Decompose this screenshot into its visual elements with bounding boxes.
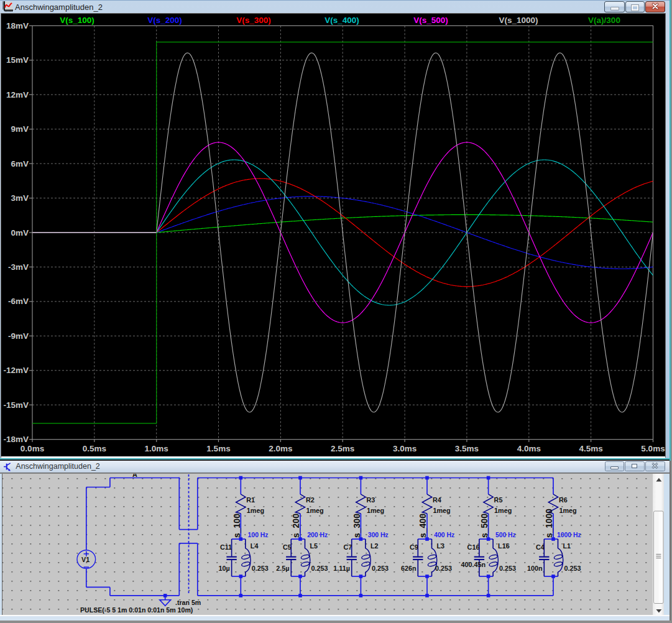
svg-text:1meg: 1meg [494, 507, 512, 514]
svg-text:L2: L2 [371, 542, 379, 549]
svg-text:1.11µ: 1.11µ [333, 564, 350, 571]
svg-text:V1: V1 [81, 556, 90, 563]
svg-text:V(a)/300: V(a)/300 [588, 16, 620, 25]
svg-text:PULSE(-5 5 1m 0.01n 0.01n 5m 1: PULSE(-5 5 1m 0.01n 0.01n 5m 10m) [80, 606, 193, 614]
svg-text:5.0ms: 5.0ms [641, 444, 665, 453]
svg-text:R1: R1 [246, 496, 255, 503]
svg-text:-9mV: -9mV [8, 331, 29, 341]
svg-text:626n: 626n [401, 564, 417, 571]
svg-text:15mV: 15mV [6, 55, 29, 65]
svg-text:0.253: 0.253 [435, 564, 452, 571]
svg-text:10µ: 10µ [219, 564, 230, 571]
svg-text:C9: C9 [410, 543, 418, 550]
svg-text:C4: C4 [536, 543, 545, 550]
svg-text:0mV: 0mV [11, 228, 29, 238]
svg-text:9mV: 9mV [11, 124, 29, 134]
svg-text:4.5ms: 4.5ms [579, 444, 602, 453]
svg-text:1meg: 1meg [433, 507, 451, 514]
svg-text:200 Hz: 200 Hz [307, 531, 328, 538]
svg-text:V(s_500): V(s_500) [413, 16, 448, 25]
svg-text:L1: L1 [563, 542, 571, 549]
svg-text:V(s_200): V(s_200) [147, 16, 182, 25]
svg-text:s_500: s_500 [479, 513, 489, 537]
svg-text:3mV: 3mV [11, 193, 29, 203]
svg-text:100 Hz: 100 Hz [248, 531, 269, 538]
svg-text:2.0ms: 2.0ms [269, 444, 292, 453]
svg-text:2.5µ: 2.5µ [276, 564, 289, 571]
svg-text:-18mV: -18mV [3, 435, 29, 444]
svg-text:0.253: 0.253 [564, 564, 581, 571]
svg-text:100n: 100n [527, 564, 543, 571]
svg-text:0.253: 0.253 [372, 564, 389, 571]
svg-text:4.0ms: 4.0ms [517, 444, 541, 453]
svg-text:300 Hz: 300 Hz [368, 531, 389, 538]
svg-text:0.253: 0.253 [311, 564, 328, 571]
svg-text:V(s_100): V(s_100) [60, 16, 94, 25]
svg-text:1000 Hz: 1000 Hz [557, 531, 581, 538]
svg-text:18mV: 18mV [6, 21, 29, 30]
svg-text:.tran 5m: .tran 5m [175, 598, 201, 606]
svg-text:s_1000: s_1000 [544, 509, 554, 538]
svg-text:2.5ms: 2.5ms [331, 444, 354, 453]
svg-text:0.253: 0.253 [499, 564, 516, 571]
svg-text:3.5ms: 3.5ms [455, 444, 479, 453]
svg-text:3.0ms: 3.0ms [393, 444, 417, 453]
svg-text:1meg: 1meg [367, 507, 384, 514]
svg-text:V(s_300): V(s_300) [236, 16, 271, 25]
svg-text:400.45n: 400.45n [461, 561, 486, 568]
svg-text:L3: L3 [437, 542, 445, 549]
svg-text:1.5ms: 1.5ms [206, 444, 230, 453]
svg-text:V(s_400): V(s_400) [324, 16, 359, 25]
svg-text:6mV: 6mV [11, 159, 29, 168]
svg-text:s_100: s_100 [232, 513, 242, 537]
svg-text:L5: L5 [310, 542, 318, 549]
svg-text:A: A [132, 474, 137, 478]
svg-text:C16: C16 [467, 543, 480, 550]
svg-text:s_200: s_200 [291, 513, 301, 537]
svg-text:R2: R2 [306, 496, 315, 503]
svg-text:0.253: 0.253 [252, 564, 269, 571]
svg-text:400 Hz: 400 Hz [434, 531, 454, 538]
svg-text:0.5ms: 0.5ms [83, 444, 106, 453]
svg-text:500 Hz: 500 Hz [495, 531, 516, 538]
svg-text:s_400: s_400 [418, 513, 428, 537]
svg-text:C5: C5 [283, 543, 292, 550]
svg-text:12mV: 12mV [6, 90, 29, 99]
svg-text:s_300: s_300 [352, 513, 362, 537]
svg-text:-3mV: -3mV [8, 262, 29, 272]
svg-text:R6: R6 [559, 496, 568, 503]
svg-text:1meg: 1meg [306, 507, 324, 514]
svg-text:L4: L4 [251, 542, 259, 549]
svg-text:R3: R3 [366, 496, 375, 503]
svg-text:-6mV: -6mV [8, 297, 29, 306]
svg-text:V(s_1000): V(s_1000) [499, 16, 538, 25]
svg-text:C11: C11 [220, 543, 232, 550]
svg-text:-12mV: -12mV [3, 366, 29, 375]
svg-text:1meg: 1meg [247, 507, 264, 514]
svg-text:0.0ms: 0.0ms [21, 444, 44, 453]
svg-text:L16: L16 [498, 542, 510, 549]
svg-text:-15mV: -15mV [3, 400, 29, 410]
svg-text:1meg: 1meg [559, 507, 577, 514]
svg-text:R4: R4 [433, 496, 441, 503]
svg-text:1.0ms: 1.0ms [145, 444, 168, 453]
svg-text:R5: R5 [494, 496, 503, 503]
svg-text:C7: C7 [343, 543, 352, 550]
